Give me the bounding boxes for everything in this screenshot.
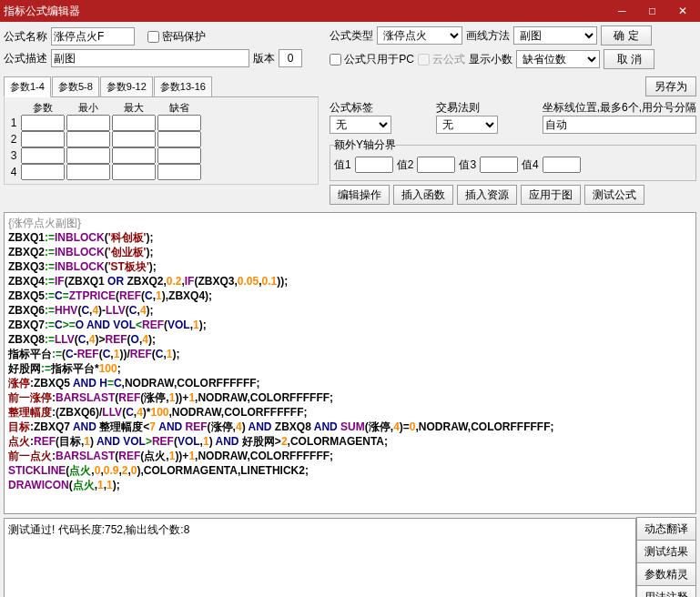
formula-name-input[interactable]: [51, 27, 135, 46]
param-1-name[interactable]: [21, 115, 65, 131]
ok-button[interactable]: 确 定: [601, 25, 652, 46]
formula-name-label: 公式名称: [4, 29, 47, 45]
window-title: 指标公式编辑器: [4, 4, 80, 19]
pc-only-checkbox[interactable]: [330, 54, 341, 66]
insert-func-button[interactable]: 插入函数: [393, 185, 453, 205]
code-editor[interactable]: {涨停点火副图} ZBXQ1:=INBLOCK('科创板'); ZBXQ2:=I…: [4, 212, 696, 514]
cloud-formula-checkbox: [418, 54, 430, 66]
cancel-button[interactable]: 取 消: [604, 49, 654, 69]
formula-type-select[interactable]: 涨停点火: [377, 26, 462, 45]
usage-note-button[interactable]: 用法注释: [636, 585, 696, 597]
password-protect-checkbox[interactable]: [147, 31, 159, 43]
y-val3[interactable]: [480, 157, 518, 173]
version-input[interactable]: [279, 49, 302, 67]
status-text: 测试通过! 代码长度:752,输出线个数:8: [4, 518, 636, 597]
save-as-button[interactable]: 另存为: [645, 76, 696, 96]
tab-param-13-16[interactable]: 参数13-16: [154, 76, 212, 96]
param-wiz-button[interactable]: 参数精灵: [636, 562, 696, 586]
formula-desc-input[interactable]: [51, 49, 249, 67]
show-decimal-select[interactable]: 缺省位数: [516, 50, 600, 68]
param-tabs: 参数1-4 参数5-8 参数9-12 参数13-16: [4, 76, 319, 97]
test-formula-button[interactable]: 测试公式: [584, 185, 644, 205]
trade-rule-select[interactable]: 无: [436, 116, 498, 134]
apply-chart-button[interactable]: 应用于图: [521, 185, 581, 205]
edit-op-button[interactable]: 编辑操作: [330, 185, 390, 205]
y-val1[interactable]: [355, 157, 393, 173]
tab-param-1-4[interactable]: 参数1-4: [4, 76, 51, 97]
insert-res-button[interactable]: 插入资源: [457, 185, 517, 205]
maximize-icon[interactable]: □: [639, 5, 666, 17]
y-val2[interactable]: [417, 157, 455, 173]
close-icon[interactable]: ✕: [669, 5, 696, 17]
minimize-icon[interactable]: ─: [608, 5, 635, 17]
dyn-trans-button[interactable]: 动态翻译: [636, 517, 696, 541]
draw-method-select[interactable]: 副图: [513, 26, 597, 45]
titlebar: 指标公式编辑器 ─ □ ✕: [0, 0, 700, 22]
formula-desc-label: 公式描述: [4, 51, 47, 66]
test-result-button[interactable]: 测试结果: [636, 540, 696, 563]
tab-param-9-12[interactable]: 参数9-12: [100, 76, 153, 96]
y-val4[interactable]: [543, 157, 581, 173]
formula-tag-select[interactable]: 无: [330, 116, 391, 134]
coord-pos-input[interactable]: [543, 116, 696, 134]
tab-param-5-8[interactable]: 参数5-8: [52, 76, 99, 96]
